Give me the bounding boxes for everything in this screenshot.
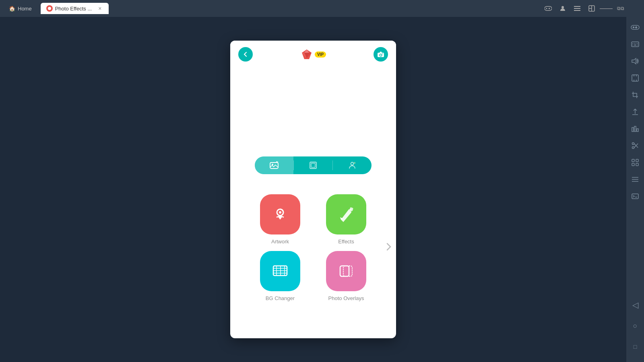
header-camera-button[interactable] — [374, 47, 388, 62]
svg-rect-37 — [636, 163, 638, 166]
main-tab-bar — [255, 156, 372, 174]
keyboard-icon[interactable] — [628, 37, 642, 51]
active-tab-label: Photo Effects ... — [55, 6, 92, 12]
svg-rect-28 — [634, 126, 636, 132]
photo-overlays-label: Photo Overlays — [328, 295, 364, 301]
svg-point-56 — [351, 162, 354, 165]
bg-changer-label: BG Changer — [266, 295, 295, 301]
terminal-icon[interactable] — [628, 189, 642, 204]
app-window: VIP — [230, 41, 396, 338]
grid-view-icon[interactable] — [628, 155, 642, 170]
list-view-icon[interactable] — [628, 172, 642, 187]
artwork-label: Artwork — [271, 239, 289, 245]
svg-rect-25 — [632, 75, 638, 81]
header-back-button[interactable] — [238, 47, 253, 62]
home-nav-icon[interactable]: ○ — [628, 319, 642, 333]
vip-badge: VIP — [315, 51, 326, 58]
svg-rect-41 — [632, 194, 638, 199]
back-nav-icon[interactable]: ◁ — [628, 298, 642, 312]
tab-close-button[interactable]: × — [97, 5, 103, 12]
bg-changer-button[interactable] — [260, 251, 300, 291]
svg-rect-55 — [311, 163, 315, 167]
photo-tab[interactable] — [255, 156, 293, 174]
svg-rect-4 — [549, 8, 550, 9]
svg-point-59 — [279, 211, 281, 214]
artwork-button[interactable] — [260, 194, 300, 234]
svg-marker-24 — [632, 58, 636, 64]
svg-rect-36 — [632, 163, 634, 166]
svg-rect-69 — [343, 266, 352, 276]
import-export-icon[interactable] — [628, 105, 642, 119]
svg-point-13 — [633, 27, 634, 28]
home-icon: 🏠 — [9, 6, 15, 12]
svg-point-30 — [632, 143, 634, 145]
layout-browser-icon[interactable] — [586, 3, 597, 14]
gamepad-icon[interactable] — [628, 20, 642, 35]
svg-point-0 — [48, 7, 51, 10]
bg-changer-item[interactable]: BG Changer — [250, 251, 310, 301]
svg-rect-6 — [574, 6, 580, 7]
svg-rect-68 — [340, 266, 349, 276]
app-logo: VIP — [300, 49, 326, 60]
home-tab[interactable]: 🏠 Home — [3, 3, 37, 14]
sidebar-bottom-controls: ◁ ○ □ — [628, 298, 642, 354]
frame-tab[interactable] — [294, 156, 332, 174]
svg-point-5 — [561, 6, 564, 8]
svg-point-2 — [546, 8, 547, 9]
stats-icon[interactable] — [628, 121, 642, 136]
svg-rect-16 — [632, 42, 639, 47]
svg-rect-29 — [637, 129, 638, 132]
home-tab-label: Home — [18, 6, 32, 12]
svg-rect-15 — [636, 27, 637, 28]
effects-item[interactable]: Effects — [316, 194, 376, 245]
menu-browser-icon[interactable] — [572, 3, 583, 14]
browser-chrome: 🏠 Home Photo Effects ... × — ⧉ ✕ — [0, 0, 644, 17]
recents-nav-icon[interactable]: □ — [628, 339, 642, 354]
app-header: VIP — [230, 41, 396, 68]
svg-rect-34 — [632, 159, 634, 162]
tab-favicon — [46, 5, 53, 12]
svg-point-31 — [632, 147, 634, 149]
svg-rect-52 — [270, 162, 278, 169]
restore-button[interactable]: ⧉ — [615, 3, 626, 14]
main-content: VIP — [0, 17, 626, 362]
scissors-icon[interactable] — [628, 138, 642, 153]
minimize-button[interactable]: — — [601, 3, 612, 14]
svg-rect-1 — [545, 6, 552, 10]
gamepad-browser-icon[interactable] — [543, 3, 554, 14]
features-grid: Artwork Effects — [230, 182, 396, 313]
photo-overlays-button[interactable] — [326, 251, 366, 291]
svg-rect-7 — [574, 8, 580, 9]
photo-effects-tab[interactable]: Photo Effects ... × — [41, 3, 109, 14]
account-browser-icon[interactable] — [557, 3, 568, 14]
artwork-item[interactable]: Artwork — [250, 194, 310, 245]
svg-rect-35 — [636, 159, 638, 162]
right-sidebar: ◁ ○ □ — [626, 0, 644, 362]
resize-icon[interactable] — [628, 71, 642, 85]
effects-label: Effects — [338, 239, 354, 245]
effects-button[interactable] — [326, 194, 366, 234]
diamond-logo-icon — [300, 49, 313, 60]
volume-icon[interactable] — [628, 54, 642, 68]
crop-icon[interactable] — [628, 88, 642, 102]
svg-point-51 — [382, 53, 383, 54]
photo-overlays-item[interactable]: Photo Overlays — [316, 251, 376, 301]
next-arrow-button[interactable] — [386, 242, 392, 254]
person-tab[interactable] — [333, 156, 372, 174]
svg-rect-8 — [574, 10, 580, 11]
svg-rect-27 — [632, 128, 634, 132]
svg-point-50 — [380, 54, 382, 56]
